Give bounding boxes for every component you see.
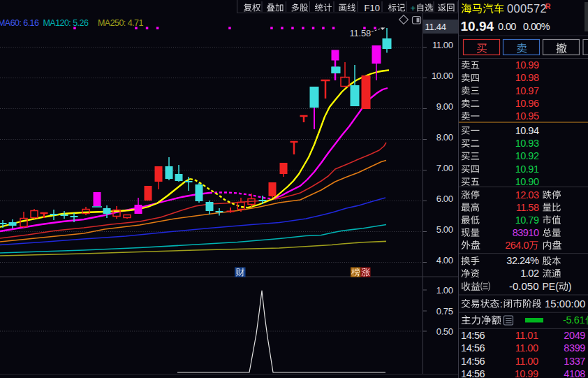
svg-text:10.94: 10.94: [515, 125, 539, 136]
svg-text:83910: 83910: [513, 227, 539, 238]
svg-text:-5.61: -5.61: [563, 314, 585, 326]
svg-text:1.00: 1.00: [436, 285, 453, 296]
svg-text:12.03: 12.03: [515, 189, 539, 201]
svg-text:F10: F10: [365, 3, 380, 13]
svg-text:0.00%: 0.00%: [523, 21, 550, 32]
svg-text:10.90: 10.90: [515, 176, 539, 187]
svg-text:14:56: 14:56: [461, 330, 485, 341]
svg-text:0.75: 0.75: [436, 306, 453, 317]
svg-text:32.24%: 32.24%: [506, 255, 539, 266]
svg-text:MA60: 6.16: MA60: 6.16: [0, 18, 39, 28]
svg-text:11.01: 11.01: [515, 330, 538, 341]
svg-text:5.00: 5.00: [436, 224, 453, 235]
svg-text:-0.050: -0.050: [509, 280, 539, 292]
svg-text:10.94: 10.94: [461, 19, 494, 34]
svg-text:264.0: 264.0: [505, 240, 529, 251]
svg-text:4108: 4108: [564, 368, 585, 378]
svg-text:10.95: 10.95: [515, 110, 539, 122]
svg-text:10.00: 10.00: [432, 71, 453, 81]
svg-text:15:00:00: 15:00:00: [545, 298, 585, 310]
svg-text:10.79: 10.79: [515, 215, 539, 226]
svg-text::: :: [500, 298, 503, 310]
svg-text:10.97: 10.97: [515, 85, 539, 96]
svg-text:1337: 1337: [564, 356, 585, 367]
svg-text:10.99: 10.99: [515, 368, 538, 378]
svg-text:10.92: 10.92: [515, 150, 539, 161]
svg-text:): ): [568, 281, 572, 292]
svg-text:1.02: 1.02: [520, 268, 539, 279]
svg-text:11.00: 11.00: [515, 342, 538, 354]
svg-text:10.91: 10.91: [515, 163, 539, 175]
svg-text:0.00: 0.00: [498, 21, 516, 32]
svg-text:6.00: 6.00: [436, 194, 453, 204]
svg-text:11.58: 11.58: [350, 28, 372, 38]
svg-text:10.99: 10.99: [515, 59, 539, 71]
svg-text:PE(: PE(: [543, 281, 559, 292]
svg-text:10.98: 10.98: [515, 72, 539, 83]
svg-text:0.50: 0.50: [436, 326, 453, 337]
svg-text:+: +: [411, 3, 416, 13]
svg-text:14:56: 14:56: [461, 356, 485, 367]
svg-text:R: R: [545, 2, 551, 10]
svg-text:8.00: 8.00: [436, 132, 453, 143]
svg-text:10.96: 10.96: [515, 98, 539, 109]
svg-text:000572: 000572: [507, 2, 547, 15]
svg-text:11.00: 11.00: [515, 356, 538, 367]
svg-text:11.58: 11.58: [516, 202, 539, 213]
svg-text:9.00: 9.00: [436, 101, 453, 112]
svg-text:11.00: 11.00: [432, 40, 453, 50]
svg-text:14:56: 14:56: [461, 342, 485, 354]
svg-text:2049: 2049: [564, 330, 585, 341]
svg-text:10.93: 10.93: [515, 138, 539, 149]
svg-text:7.00: 7.00: [436, 163, 453, 173]
svg-text:11.44: 11.44: [425, 22, 446, 32]
svg-text:4.00: 4.00: [436, 255, 453, 266]
svg-text:MA120: 5.26: MA120: 5.26: [43, 18, 89, 28]
svg-text:14:56: 14:56: [461, 368, 485, 378]
svg-text:MA250: 4.71: MA250: 4.71: [98, 18, 143, 28]
svg-text:8399: 8399: [564, 342, 585, 354]
